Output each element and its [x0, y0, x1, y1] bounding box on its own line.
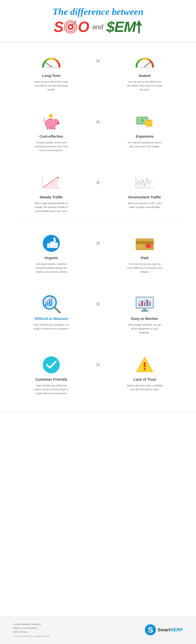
footer-credits: Content: Abraham Vargheese. Design: Luca… [13, 622, 51, 634]
sep-5 [13, 344, 183, 344]
sep-4 [13, 284, 183, 284]
svg-point-94 [45, 307, 46, 308]
svg-rect-86 [49, 300, 50, 306]
chart-steady-icon [41, 174, 62, 191]
expensive-desc: For regularly putting out search ads, yo… [127, 140, 163, 148]
instant-desc: You can get on any SERP you like within … [127, 80, 163, 92]
inconsistent-label: Inconsistent Traffic [128, 195, 161, 199]
svg-rect-38 [54, 127, 55, 130]
difficult-desc: Even with the best analytics, it is toug… [33, 323, 69, 331]
steadytraffic-desc: With a high ranking website on Google, t… [33, 201, 69, 213]
seo-side-2: $ Cost-effective Creating quality conten… [13, 111, 89, 152]
easy-label: Easy to Monitor [131, 317, 158, 321]
svg-point-91 [44, 297, 45, 298]
seo-side-6: Customer Friendly Users blindly trust al… [13, 354, 89, 395]
warning-triangle-icon [136, 356, 154, 374]
svg-line-18 [145, 62, 151, 67]
instant-label: Instant [139, 74, 151, 78]
svg-rect-17 [46, 67, 57, 68]
x-1: ✕ [89, 50, 107, 65]
svg-point-33 [55, 119, 56, 121]
organic-label: Organic [44, 256, 58, 260]
header-subtitle: S O and $EM [10, 18, 186, 35]
seo-side-4: Organic Only good content, backlinks and… [13, 233, 89, 274]
svg-line-90 [55, 307, 60, 312]
smartserp-logo-icon: S [145, 624, 156, 636]
sem-side-3: Inconsistent Traffic When you spend on P… [107, 172, 183, 209]
svg-rect-104 [141, 310, 148, 312]
icon-area-expensive: $ $ [136, 111, 154, 132]
x-2: ✕ [89, 111, 107, 126]
svg-rect-100 [144, 302, 146, 306]
chart-inconsistent-icon [134, 174, 155, 191]
icon-area-instant [135, 50, 154, 72]
inconsistent-desc: When you spend on PPC, your traffic is h… [127, 201, 163, 209]
svg-point-27 [57, 122, 60, 124]
gauge-slow-icon [42, 54, 61, 68]
paid-desc: The more money you pay, the more traffic… [127, 262, 163, 274]
credit-content: Content: Abraham Vargheese. [13, 623, 42, 626]
comparison-row-3: Steady Traffic With a high ranking websi… [13, 172, 183, 213]
longterm-desc: Need to put in efforts for a long time b… [33, 80, 69, 92]
svg-point-28 [57, 123, 58, 123]
header-divider [0, 42, 196, 42]
costeffective-desc: Creating quality content and maintaining… [33, 140, 69, 152]
main-content: Long-Term Need to put in efforts for a l… [0, 44, 196, 412]
steadytraffic-label: Steady Traffic [40, 195, 63, 199]
svg-rect-87 [51, 299, 52, 306]
svg-rect-37 [51, 127, 53, 130]
credit-icons: Icons: Flat Icon. [13, 631, 28, 633]
svg-text:$: $ [50, 114, 51, 117]
x-5: ✕ [89, 294, 107, 308]
comparison-row-2: $ Cost-effective Creating quality conten… [13, 111, 183, 152]
icon-area-difficult [42, 294, 61, 315]
friendly-desc: Users blindly trust all the top search r… [33, 384, 69, 395]
thumbs-up-icon [42, 234, 60, 252]
icon-area-friendly [42, 354, 60, 376]
friendly-label: Customer Friendly [35, 378, 67, 382]
icon-area-paid [135, 233, 154, 254]
money-coins-icon: $ $ [136, 114, 154, 130]
sep-2 [13, 162, 183, 162]
sep-1 [13, 101, 183, 102]
svg-text:$: $ [142, 120, 143, 122]
longterm-label: Long-Term [42, 74, 60, 78]
check-circle-icon [42, 356, 60, 374]
footer-logo: S SmartSERP [145, 624, 183, 636]
logo-serp: SERP [170, 627, 183, 632]
sem-side-2: $ $ Expensive For regularly putting out … [107, 111, 183, 148]
svg-rect-24 [139, 67, 150, 68]
x-3: ✕ [89, 172, 107, 186]
icon-area-longterm [42, 50, 61, 72]
seo-text: S O [54, 18, 89, 35]
svg-rect-103 [143, 308, 146, 310]
footer-credits-area: Content: Abraham Vargheese. Design: Luca… [13, 622, 51, 638]
logo-smart: Smart [157, 627, 170, 632]
icon-area-easy [134, 294, 155, 315]
svg-point-81 [148, 244, 150, 248]
svg-line-11 [45, 62, 51, 67]
seo-side-1: Long-Term Need to put in efforts for a l… [13, 50, 89, 92]
monitor-chart-icon [134, 295, 155, 313]
svg-point-93 [43, 303, 44, 304]
expensive-label: Expensive [136, 134, 154, 138]
svg-rect-108 [144, 362, 146, 367]
svg-marker-60 [57, 176, 59, 178]
svg-rect-36 [49, 127, 51, 130]
sem-text: $EM [107, 18, 142, 35]
svg-rect-34 [49, 119, 51, 120]
svg-marker-10 [136, 20, 142, 33]
sem-side-4: Paid The more money you pay, the more tr… [107, 233, 183, 274]
svg-marker-59 [43, 177, 58, 188]
gauge-fast-icon [135, 54, 154, 68]
svg-text:$: $ [148, 120, 149, 122]
piggy-bank-icon: $ [42, 113, 60, 131]
svg-point-105 [43, 356, 60, 373]
comparison-row-5: Difficult to Measure Even with the best … [13, 294, 183, 334]
difficult-label: Difficult to Measure [35, 317, 68, 321]
svg-rect-84 [45, 303, 46, 306]
svg-point-92 [54, 296, 55, 297]
and-text: and [92, 23, 103, 30]
seo-side-3: Steady Traffic With a high ranking websi… [13, 172, 89, 213]
comparison-row-6: Customer Friendly Users blindly trust al… [13, 354, 183, 395]
